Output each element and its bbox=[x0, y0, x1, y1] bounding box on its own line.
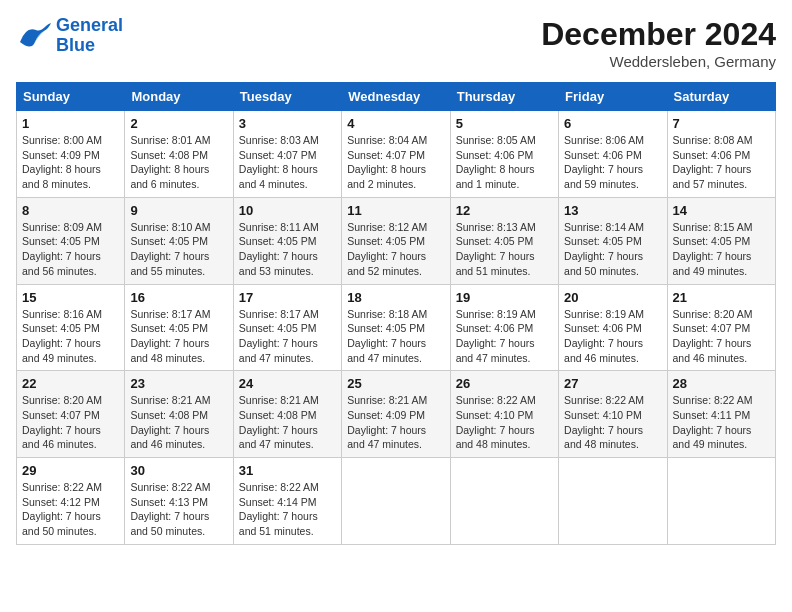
calendar-day-cell: 8 Sunrise: 8:09 AMSunset: 4:05 PMDayligh… bbox=[17, 197, 125, 284]
weekday-header-wednesday: Wednesday bbox=[342, 83, 450, 111]
day-info: Sunrise: 8:00 AMSunset: 4:09 PMDaylight:… bbox=[22, 133, 119, 192]
calendar-day-cell: 6 Sunrise: 8:06 AMSunset: 4:06 PMDayligh… bbox=[559, 111, 667, 198]
calendar-table: SundayMondayTuesdayWednesdayThursdayFrid… bbox=[16, 82, 776, 545]
calendar-day-cell: 16 Sunrise: 8:17 AMSunset: 4:05 PMDaylig… bbox=[125, 284, 233, 371]
day-info: Sunrise: 8:14 AMSunset: 4:05 PMDaylight:… bbox=[564, 220, 661, 279]
day-number: 3 bbox=[239, 116, 336, 131]
day-info: Sunrise: 8:18 AMSunset: 4:05 PMDaylight:… bbox=[347, 307, 444, 366]
day-info: Sunrise: 8:16 AMSunset: 4:05 PMDaylight:… bbox=[22, 307, 119, 366]
day-info: Sunrise: 8:19 AMSunset: 4:06 PMDaylight:… bbox=[456, 307, 553, 366]
day-info: Sunrise: 8:21 AMSunset: 4:08 PMDaylight:… bbox=[130, 393, 227, 452]
day-number: 11 bbox=[347, 203, 444, 218]
day-info: Sunrise: 8:22 AMSunset: 4:10 PMDaylight:… bbox=[564, 393, 661, 452]
calendar-day-cell: 3 Sunrise: 8:03 AMSunset: 4:07 PMDayligh… bbox=[233, 111, 341, 198]
calendar-day-cell: 4 Sunrise: 8:04 AMSunset: 4:07 PMDayligh… bbox=[342, 111, 450, 198]
calendar-day-cell: 12 Sunrise: 8:13 AMSunset: 4:05 PMDaylig… bbox=[450, 197, 558, 284]
calendar-day-cell: 21 Sunrise: 8:20 AMSunset: 4:07 PMDaylig… bbox=[667, 284, 775, 371]
day-info: Sunrise: 8:11 AMSunset: 4:05 PMDaylight:… bbox=[239, 220, 336, 279]
weekday-header-saturday: Saturday bbox=[667, 83, 775, 111]
weekday-header-friday: Friday bbox=[559, 83, 667, 111]
weekday-header-sunday: Sunday bbox=[17, 83, 125, 111]
day-info: Sunrise: 8:10 AMSunset: 4:05 PMDaylight:… bbox=[130, 220, 227, 279]
day-info: Sunrise: 8:17 AMSunset: 4:05 PMDaylight:… bbox=[239, 307, 336, 366]
calendar-week-row: 8 Sunrise: 8:09 AMSunset: 4:05 PMDayligh… bbox=[17, 197, 776, 284]
calendar-day-cell: 26 Sunrise: 8:22 AMSunset: 4:10 PMDaylig… bbox=[450, 371, 558, 458]
day-info: Sunrise: 8:19 AMSunset: 4:06 PMDaylight:… bbox=[564, 307, 661, 366]
calendar-week-row: 22 Sunrise: 8:20 AMSunset: 4:07 PMDaylig… bbox=[17, 371, 776, 458]
day-number: 8 bbox=[22, 203, 119, 218]
weekday-header-monday: Monday bbox=[125, 83, 233, 111]
day-number: 31 bbox=[239, 463, 336, 478]
day-number: 16 bbox=[130, 290, 227, 305]
calendar-day-cell: 13 Sunrise: 8:14 AMSunset: 4:05 PMDaylig… bbox=[559, 197, 667, 284]
day-number: 9 bbox=[130, 203, 227, 218]
day-number: 7 bbox=[673, 116, 770, 131]
day-info: Sunrise: 8:01 AMSunset: 4:08 PMDaylight:… bbox=[130, 133, 227, 192]
calendar-week-row: 1 Sunrise: 8:00 AMSunset: 4:09 PMDayligh… bbox=[17, 111, 776, 198]
day-info: Sunrise: 8:13 AMSunset: 4:05 PMDaylight:… bbox=[456, 220, 553, 279]
calendar-day-cell: 20 Sunrise: 8:19 AMSunset: 4:06 PMDaylig… bbox=[559, 284, 667, 371]
day-info: Sunrise: 8:09 AMSunset: 4:05 PMDaylight:… bbox=[22, 220, 119, 279]
day-number: 10 bbox=[239, 203, 336, 218]
day-number: 25 bbox=[347, 376, 444, 391]
logo-bird-icon bbox=[16, 22, 52, 50]
day-number: 4 bbox=[347, 116, 444, 131]
day-number: 5 bbox=[456, 116, 553, 131]
calendar-day-cell: 28 Sunrise: 8:22 AMSunset: 4:11 PMDaylig… bbox=[667, 371, 775, 458]
day-number: 28 bbox=[673, 376, 770, 391]
day-number: 21 bbox=[673, 290, 770, 305]
calendar-day-cell: 5 Sunrise: 8:05 AMSunset: 4:06 PMDayligh… bbox=[450, 111, 558, 198]
day-number: 22 bbox=[22, 376, 119, 391]
day-info: Sunrise: 8:22 AMSunset: 4:12 PMDaylight:… bbox=[22, 480, 119, 539]
day-number: 17 bbox=[239, 290, 336, 305]
day-info: Sunrise: 8:12 AMSunset: 4:05 PMDaylight:… bbox=[347, 220, 444, 279]
calendar-day-cell: 23 Sunrise: 8:21 AMSunset: 4:08 PMDaylig… bbox=[125, 371, 233, 458]
day-number: 23 bbox=[130, 376, 227, 391]
calendar-day-cell: 25 Sunrise: 8:21 AMSunset: 4:09 PMDaylig… bbox=[342, 371, 450, 458]
day-number: 30 bbox=[130, 463, 227, 478]
day-number: 27 bbox=[564, 376, 661, 391]
weekday-header-thursday: Thursday bbox=[450, 83, 558, 111]
logo-blue: Blue bbox=[56, 36, 123, 56]
calendar-day-cell: 27 Sunrise: 8:22 AMSunset: 4:10 PMDaylig… bbox=[559, 371, 667, 458]
calendar-day-cell: 22 Sunrise: 8:20 AMSunset: 4:07 PMDaylig… bbox=[17, 371, 125, 458]
day-info: Sunrise: 8:05 AMSunset: 4:06 PMDaylight:… bbox=[456, 133, 553, 192]
page-header: General Blue December 2024 Weddersleben,… bbox=[16, 16, 776, 70]
calendar-day-cell: 10 Sunrise: 8:11 AMSunset: 4:05 PMDaylig… bbox=[233, 197, 341, 284]
day-info: Sunrise: 8:08 AMSunset: 4:06 PMDaylight:… bbox=[673, 133, 770, 192]
logo-text: General bbox=[56, 16, 123, 36]
day-number: 20 bbox=[564, 290, 661, 305]
calendar-day-cell: 15 Sunrise: 8:16 AMSunset: 4:05 PMDaylig… bbox=[17, 284, 125, 371]
day-info: Sunrise: 8:03 AMSunset: 4:07 PMDaylight:… bbox=[239, 133, 336, 192]
calendar-day-cell: 30 Sunrise: 8:22 AMSunset: 4:13 PMDaylig… bbox=[125, 458, 233, 545]
calendar-day-cell: 7 Sunrise: 8:08 AMSunset: 4:06 PMDayligh… bbox=[667, 111, 775, 198]
day-number: 6 bbox=[564, 116, 661, 131]
day-info: Sunrise: 8:17 AMSunset: 4:05 PMDaylight:… bbox=[130, 307, 227, 366]
calendar-day-cell: 31 Sunrise: 8:22 AMSunset: 4:14 PMDaylig… bbox=[233, 458, 341, 545]
day-number: 18 bbox=[347, 290, 444, 305]
title-block: December 2024 Weddersleben, Germany bbox=[541, 16, 776, 70]
calendar-day-cell: 11 Sunrise: 8:12 AMSunset: 4:05 PMDaylig… bbox=[342, 197, 450, 284]
calendar-day-cell bbox=[667, 458, 775, 545]
day-info: Sunrise: 8:20 AMSunset: 4:07 PMDaylight:… bbox=[22, 393, 119, 452]
day-info: Sunrise: 8:22 AMSunset: 4:13 PMDaylight:… bbox=[130, 480, 227, 539]
day-info: Sunrise: 8:22 AMSunset: 4:11 PMDaylight:… bbox=[673, 393, 770, 452]
day-info: Sunrise: 8:20 AMSunset: 4:07 PMDaylight:… bbox=[673, 307, 770, 366]
calendar-day-cell: 14 Sunrise: 8:15 AMSunset: 4:05 PMDaylig… bbox=[667, 197, 775, 284]
day-number: 1 bbox=[22, 116, 119, 131]
day-number: 13 bbox=[564, 203, 661, 218]
calendar-day-cell: 1 Sunrise: 8:00 AMSunset: 4:09 PMDayligh… bbox=[17, 111, 125, 198]
day-info: Sunrise: 8:04 AMSunset: 4:07 PMDaylight:… bbox=[347, 133, 444, 192]
day-info: Sunrise: 8:21 AMSunset: 4:08 PMDaylight:… bbox=[239, 393, 336, 452]
weekday-header-row: SundayMondayTuesdayWednesdayThursdayFrid… bbox=[17, 83, 776, 111]
day-number: 15 bbox=[22, 290, 119, 305]
calendar-day-cell: 2 Sunrise: 8:01 AMSunset: 4:08 PMDayligh… bbox=[125, 111, 233, 198]
day-info: Sunrise: 8:15 AMSunset: 4:05 PMDaylight:… bbox=[673, 220, 770, 279]
calendar-day-cell: 9 Sunrise: 8:10 AMSunset: 4:05 PMDayligh… bbox=[125, 197, 233, 284]
day-number: 24 bbox=[239, 376, 336, 391]
calendar-day-cell: 24 Sunrise: 8:21 AMSunset: 4:08 PMDaylig… bbox=[233, 371, 341, 458]
day-info: Sunrise: 8:22 AMSunset: 4:10 PMDaylight:… bbox=[456, 393, 553, 452]
day-info: Sunrise: 8:06 AMSunset: 4:06 PMDaylight:… bbox=[564, 133, 661, 192]
logo-general: General bbox=[56, 15, 123, 35]
day-number: 29 bbox=[22, 463, 119, 478]
